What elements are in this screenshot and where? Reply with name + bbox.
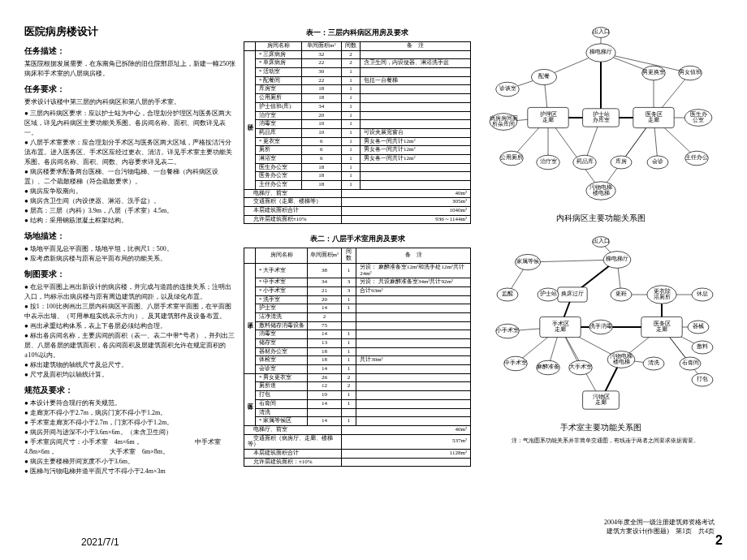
svg-text:污物电梯楼电梯: 污物电梯楼电梯 <box>610 353 633 365</box>
spec-req-item-5: 病房主要楼梯开间宽度不小于3.6m。 <box>24 457 235 467</box>
svg-text:护士站办库室: 护士站办库室 <box>592 111 610 123</box>
svg-text:敷料: 敷料 <box>697 343 708 349</box>
table2: 房间名称单间面积m²间数备 注手术区* 大手术室381另设： 麻醉准备室12m²… <box>244 248 471 467</box>
svg-text:男女值班: 男女值班 <box>679 69 702 75</box>
svg-text:器械: 器械 <box>693 323 704 329</box>
task-req-item-6: 结构：采用钢筋混凝土框架结构。 <box>24 216 235 226</box>
spec-req-item-2: 手术室走廊宽不得小于2.7m，门宽不得小于1.2m。 <box>24 418 235 428</box>
table2-title: 表二：八层手术室用房及要求 <box>244 234 471 244</box>
svg-text:小手术室: 小手术室 <box>496 327 519 333</box>
draw-req-item-4: 标出建筑物的轴线尺寸及总尺寸。 <box>24 360 235 370</box>
task-req-item-3: 病房应争取南向。 <box>24 187 235 196</box>
right-column: 出入口梯电梯厅配餐诊谈室护理区走廊病房房间厕所杂库间护士站办库室医务区走廊医生办… <box>479 24 723 476</box>
exam-line1: 2004年度全国一级注册建筑师资格考试 <box>604 518 715 527</box>
svg-text:出入口: 出入口 <box>593 28 610 35</box>
task-desc-heading: 任务描述： <box>24 45 235 57</box>
svg-text:男更换室: 男更换室 <box>642 69 665 75</box>
svg-text:库房: 库房 <box>615 158 627 164</box>
svg-text:主任办公: 主任办公 <box>685 154 708 160</box>
draw-req-item-3: 标出各房间名称，主要房间的面积（表一、表二中带*号者），并列出三层、八层各层的建… <box>24 331 235 360</box>
exam-info: 2004年度全国一级注册建筑师资格考试 建筑方案设计(作图题) 第1页 共4页 <box>604 518 715 536</box>
footer-page: 2 <box>715 533 723 548</box>
task-req-item-4: 病房含卫生间（内设便器、淋浴、洗手盆）。 <box>24 196 235 206</box>
diagram2-caption: 手术室主要功能关系图 <box>479 422 723 433</box>
site-desc-item-0: 场地平面见总平面图，场地平坦，比例尺1：500。 <box>24 244 235 254</box>
svg-text:中手术室: 中手术室 <box>504 360 527 365</box>
site-desc-heading: 场地描述： <box>24 230 235 242</box>
svg-text:清洗: 清洗 <box>648 360 659 365</box>
diagram2-note: 注：气泡图系功能关系并非简单交通图，有线连于两者之间要求依据需要。 <box>512 437 723 445</box>
svg-text:护士站: 护士站 <box>539 291 557 296</box>
svg-text:梯电梯厅: 梯电梯厅 <box>605 256 628 261</box>
table1: 房间名称单间面积m²间数备 注护理区* 三床病房322* 单床病房222含卫生间… <box>244 41 471 224</box>
diagram-1: 出入口梯电梯厅配餐诊谈室护理区走廊病房房间厕所杂库间护士站办库室医务区走廊医生办… <box>479 24 723 211</box>
site-desc-item-1: 应考虑新病房楼与原有总平面布局的功能关系。 <box>24 254 235 264</box>
svg-text:药品库: 药品库 <box>576 158 594 164</box>
svg-text:出入口: 出入口 <box>593 238 610 244</box>
svg-text:监醒: 监醒 <box>502 291 513 296</box>
spec-req-item-4: 手术室房间尺寸：小手术室 4m×6m， 中手术室 4.8m×6m， 大手术室 6… <box>24 437 235 457</box>
svg-text:家属等候: 家属等候 <box>516 258 539 265</box>
svg-text:配餐: 配餐 <box>538 73 550 79</box>
svg-text:公用厕所: 公用厕所 <box>500 154 523 160</box>
draw-req-item-5: 尺寸及面积均以轴线计算。 <box>24 370 235 380</box>
svg-text:会诊: 会诊 <box>652 158 663 165</box>
svg-text:石膏间: 石膏间 <box>682 360 699 365</box>
svg-text:诊谈室: 诊谈室 <box>499 85 516 92</box>
middle-column: 表一：三层内科病区用房及要求 房间名称单间面积m²间数备 注护理区* 三床病房3… <box>244 24 471 476</box>
draw-req-item-1: 按1：100比例画出三层内科病区平面图、八层手术室平面图，在平面图中表示出墙、（… <box>24 302 235 321</box>
left-column: 医院病房楼设计 任务描述： 某医院根据发展需要，在东南角已拆除的旧住院部原址上，… <box>24 24 235 476</box>
svg-text:更衣除浴厕所: 更衣除浴厕所 <box>654 288 671 299</box>
task-req-item-5: 层高：三层（内科）3.9m，八层（手术室）4.5m。 <box>24 206 235 216</box>
spec-req-item-0: 本设计要符合现行的有关规范。 <box>24 398 235 408</box>
draw-req-item-0: 在总平面图上画出新设计的病房楼，并完成与道路的连接关系；注明出入口，均标示出病房… <box>24 282 235 302</box>
svg-text:休息: 休息 <box>697 291 708 296</box>
svg-text:洗手消毒: 洗手消毒 <box>589 323 612 329</box>
task-req-intro: 要求设计该楼中第三层的内科病区和第八层的手术室。 <box>24 97 235 107</box>
task-req-item-2: 病房楼要求配备两台医梯、一台污物电梯、一台餐梯（内科病区设置）、二个疏散楼梯（符… <box>24 167 235 187</box>
table1-title: 表一：三层内科病区用房及要求 <box>244 28 471 38</box>
svg-text:打包: 打包 <box>696 376 708 381</box>
task-req-item-1: 八层手术室要求：应合理划分手术区与医务区两大区域，严格按洁污分流布置。进入医务区… <box>24 138 235 167</box>
svg-text:梯电梯厅: 梯电梯厅 <box>589 49 612 54</box>
svg-text:更鞋: 更鞋 <box>615 291 627 297</box>
spec-req-item-1: 走廊宽不得小于2.7m，病房门宽不得小于1.2m。 <box>24 408 235 418</box>
page-title: 医院病房楼设计 <box>24 24 235 39</box>
task-req-heading: 任务要求： <box>24 84 235 95</box>
svg-text:病房房间厕所杂库间: 病房房间厕所杂库间 <box>490 115 518 127</box>
draw-req-item-2: 画出承重结构体系，表上下各层必须结构合理。 <box>24 321 235 331</box>
footer-date: 2021/7/1 <box>81 536 119 548</box>
diagram1-caption: 内科病区主要功能关系图 <box>479 213 723 224</box>
svg-line-2 <box>548 118 601 191</box>
svg-text:大手术室: 大手术室 <box>569 364 592 369</box>
spec-req-heading: 规范及要求： <box>24 385 235 396</box>
exam-line2: 建筑方案设计(作图题) 第1页 共4页 <box>604 527 715 536</box>
svg-text:污物电梯楼电梯: 污物电梯楼电梯 <box>589 184 612 196</box>
spec-req-item-6: 医梯与污物电梯井道平面尺寸不得小于2.4m×3m <box>24 467 235 476</box>
svg-text:治疗室: 治疗室 <box>540 158 557 164</box>
svg-text:麻醉准备: 麻醉准备 <box>537 364 559 369</box>
draw-req-heading: 制图要求： <box>24 269 235 280</box>
task-req-item-0: 三层内科病区要求：应以护士站为中心，合理划分护理区与医务区两大区域，详见内科病区… <box>24 109 235 138</box>
spec-req-item-3: 病房开间与进深不小于3.6m×6m。（未含卫生间） <box>24 428 235 437</box>
diagram-2: 出入口梯电梯厅家属等候监醒换床过厅护士站更鞋更衣除浴厕所休息手术区走廊医务区走廊… <box>479 234 723 420</box>
svg-text:换床过厅: 换床过厅 <box>561 291 584 296</box>
task-desc-text: 某医院根据发展需要，在东南角已拆除的旧住院部原址上，新建一幢250张病床和手术室… <box>24 59 235 79</box>
